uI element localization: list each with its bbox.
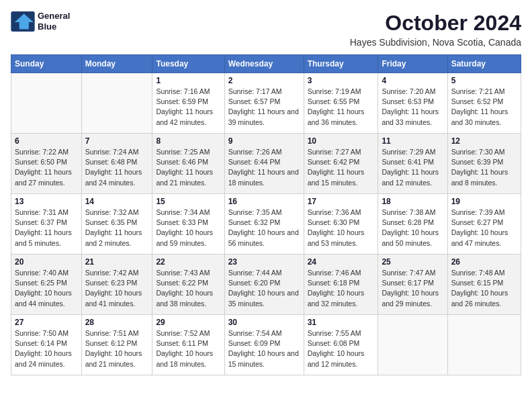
day-number: 30: [228, 318, 300, 327]
day-number: 3: [308, 76, 375, 85]
calendar-cell: 23Sunrise: 7:44 AM Sunset: 6:20 PM Dayli…: [224, 255, 304, 315]
calendar-table: SundayMondayTuesdayWednesdayThursdayFrid…: [11, 54, 521, 375]
day-number: 7: [85, 136, 149, 146]
calendar-cell: 8Sunrise: 7:25 AM Sunset: 6:46 PM Daylig…: [152, 134, 224, 194]
calendar-cell: 1Sunrise: 7:16 AM Sunset: 6:59 PM Daylig…: [152, 73, 224, 134]
calendar-cell: 7Sunrise: 7:24 AM Sunset: 6:48 PM Daylig…: [81, 134, 152, 194]
day-number: 16: [228, 197, 300, 206]
day-info: Sunrise: 7:20 AM Sunset: 6:53 PM Dayligh…: [382, 87, 443, 128]
day-number: 22: [156, 257, 220, 267]
day-number: 5: [451, 76, 517, 85]
calendar-cell: 4Sunrise: 7:20 AM Sunset: 6:53 PM Daylig…: [378, 73, 447, 134]
calendar-cell: 3Sunrise: 7:19 AM Sunset: 6:55 PM Daylig…: [304, 73, 378, 134]
calendar-cell: 26Sunrise: 7:48 AM Sunset: 6:15 PM Dayli…: [447, 255, 521, 315]
logo-text: General Blue: [38, 11, 70, 32]
day-number: 2: [228, 76, 300, 85]
calendar-cell: [378, 315, 447, 375]
calendar-cell: 14Sunrise: 7:32 AM Sunset: 6:35 PM Dayli…: [81, 194, 152, 255]
calendar-cell: 9Sunrise: 7:26 AM Sunset: 6:44 PM Daylig…: [224, 134, 304, 194]
calendar-cell: 16Sunrise: 7:35 AM Sunset: 6:32 PM Dayli…: [224, 194, 304, 255]
calendar-week-row: 13Sunrise: 7:31 AM Sunset: 6:37 PM Dayli…: [11, 194, 521, 255]
day-number: 1: [156, 76, 220, 85]
calendar-week-row: 1Sunrise: 7:16 AM Sunset: 6:59 PM Daylig…: [11, 73, 521, 134]
day-info: Sunrise: 7:40 AM Sunset: 6:25 PM Dayligh…: [15, 268, 78, 309]
location-title: Hayes Subdivision, Nova Scotia, Canada: [350, 37, 521, 48]
day-number: 8: [156, 136, 220, 146]
day-info: Sunrise: 7:55 AM Sunset: 6:08 PM Dayligh…: [308, 328, 375, 369]
day-info: Sunrise: 7:34 AM Sunset: 6:33 PM Dayligh…: [156, 208, 220, 248]
day-number: 6: [15, 136, 78, 146]
day-number: 20: [15, 257, 78, 267]
weekday-header-saturday: Saturday: [447, 55, 521, 73]
day-info: Sunrise: 7:36 AM Sunset: 6:30 PM Dayligh…: [308, 208, 375, 248]
weekday-header-wednesday: Wednesday: [224, 55, 304, 73]
day-number: 29: [156, 318, 220, 327]
day-info: Sunrise: 7:27 AM Sunset: 6:42 PM Dayligh…: [308, 147, 375, 188]
logo-icon: [11, 11, 35, 32]
day-number: 11: [382, 136, 443, 146]
day-number: 17: [308, 197, 375, 206]
day-info: Sunrise: 7:21 AM Sunset: 6:52 PM Dayligh…: [451, 87, 517, 128]
calendar-cell: [447, 315, 521, 375]
day-number: 21: [85, 257, 149, 267]
day-number: 23: [228, 257, 300, 267]
day-info: Sunrise: 7:35 AM Sunset: 6:32 PM Dayligh…: [228, 208, 300, 248]
day-info: Sunrise: 7:32 AM Sunset: 6:35 PM Dayligh…: [85, 208, 149, 248]
calendar-cell: 13Sunrise: 7:31 AM Sunset: 6:37 PM Dayli…: [11, 194, 82, 255]
calendar-cell: 29Sunrise: 7:52 AM Sunset: 6:11 PM Dayli…: [152, 315, 224, 375]
calendar-cell: 12Sunrise: 7:30 AM Sunset: 6:39 PM Dayli…: [447, 134, 521, 194]
calendar-cell: 17Sunrise: 7:36 AM Sunset: 6:30 PM Dayli…: [304, 194, 378, 255]
weekday-header-thursday: Thursday: [304, 55, 378, 73]
calendar-cell: 5Sunrise: 7:21 AM Sunset: 6:52 PM Daylig…: [447, 73, 521, 134]
day-info: Sunrise: 7:17 AM Sunset: 6:57 PM Dayligh…: [228, 87, 300, 128]
calendar-cell: 10Sunrise: 7:27 AM Sunset: 6:42 PM Dayli…: [304, 134, 378, 194]
weekday-header-monday: Monday: [81, 55, 152, 73]
calendar-cell: [11, 73, 82, 134]
day-number: 27: [15, 318, 78, 327]
day-info: Sunrise: 7:24 AM Sunset: 6:48 PM Dayligh…: [85, 147, 149, 188]
day-number: 26: [451, 257, 517, 267]
day-info: Sunrise: 7:46 AM Sunset: 6:18 PM Dayligh…: [308, 268, 375, 309]
page-header: General Blue October 2024 Hayes Subdivis…: [11, 11, 521, 48]
calendar-week-row: 20Sunrise: 7:40 AM Sunset: 6:25 PM Dayli…: [11, 255, 521, 315]
logo: General Blue: [11, 11, 70, 32]
calendar-cell: 30Sunrise: 7:54 AM Sunset: 6:09 PM Dayli…: [224, 315, 304, 375]
calendar-cell: 28Sunrise: 7:51 AM Sunset: 6:12 PM Dayli…: [81, 315, 152, 375]
calendar-cell: 21Sunrise: 7:42 AM Sunset: 6:23 PM Dayli…: [81, 255, 152, 315]
day-number: 31: [308, 318, 375, 327]
day-info: Sunrise: 7:44 AM Sunset: 6:20 PM Dayligh…: [228, 268, 300, 309]
calendar-cell: 18Sunrise: 7:38 AM Sunset: 6:28 PM Dayli…: [378, 194, 447, 255]
calendar-week-row: 27Sunrise: 7:50 AM Sunset: 6:14 PM Dayli…: [11, 315, 521, 375]
calendar-cell: 20Sunrise: 7:40 AM Sunset: 6:25 PM Dayli…: [11, 255, 82, 315]
weekday-header-sunday: Sunday: [11, 55, 82, 73]
calendar-cell: 11Sunrise: 7:29 AM Sunset: 6:41 PM Dayli…: [378, 134, 447, 194]
day-number: 13: [15, 197, 78, 206]
calendar-week-row: 6Sunrise: 7:22 AM Sunset: 6:50 PM Daylig…: [11, 134, 521, 194]
calendar-cell: 22Sunrise: 7:43 AM Sunset: 6:22 PM Dayli…: [152, 255, 224, 315]
day-info: Sunrise: 7:26 AM Sunset: 6:44 PM Dayligh…: [228, 147, 300, 188]
calendar-cell: 6Sunrise: 7:22 AM Sunset: 6:50 PM Daylig…: [11, 134, 82, 194]
day-info: Sunrise: 7:47 AM Sunset: 6:17 PM Dayligh…: [382, 268, 443, 309]
day-info: Sunrise: 7:19 AM Sunset: 6:55 PM Dayligh…: [308, 87, 375, 128]
day-info: Sunrise: 7:38 AM Sunset: 6:28 PM Dayligh…: [382, 208, 443, 248]
calendar-cell: 31Sunrise: 7:55 AM Sunset: 6:08 PM Dayli…: [304, 315, 378, 375]
day-info: Sunrise: 7:22 AM Sunset: 6:50 PM Dayligh…: [15, 147, 78, 188]
weekday-header-tuesday: Tuesday: [152, 55, 224, 73]
weekday-header-row: SundayMondayTuesdayWednesdayThursdayFrid…: [11, 55, 521, 73]
calendar-cell: [81, 73, 152, 134]
calendar-cell: 19Sunrise: 7:39 AM Sunset: 6:27 PM Dayli…: [447, 194, 521, 255]
title-area: October 2024 Hayes Subdivision, Nova Sco…: [350, 11, 521, 48]
calendar-cell: 24Sunrise: 7:46 AM Sunset: 6:18 PM Dayli…: [304, 255, 378, 315]
month-title: October 2024: [350, 11, 521, 36]
day-info: Sunrise: 7:30 AM Sunset: 6:39 PM Dayligh…: [451, 147, 517, 188]
day-info: Sunrise: 7:16 AM Sunset: 6:59 PM Dayligh…: [156, 87, 220, 128]
day-info: Sunrise: 7:52 AM Sunset: 6:11 PM Dayligh…: [156, 328, 220, 369]
day-info: Sunrise: 7:54 AM Sunset: 6:09 PM Dayligh…: [228, 328, 300, 369]
calendar-cell: 25Sunrise: 7:47 AM Sunset: 6:17 PM Dayli…: [378, 255, 447, 315]
day-info: Sunrise: 7:29 AM Sunset: 6:41 PM Dayligh…: [382, 147, 443, 188]
weekday-header-friday: Friday: [378, 55, 447, 73]
day-number: 12: [451, 136, 517, 146]
day-info: Sunrise: 7:50 AM Sunset: 6:14 PM Dayligh…: [15, 328, 78, 369]
day-number: 10: [308, 136, 375, 146]
day-info: Sunrise: 7:25 AM Sunset: 6:46 PM Dayligh…: [156, 147, 220, 188]
